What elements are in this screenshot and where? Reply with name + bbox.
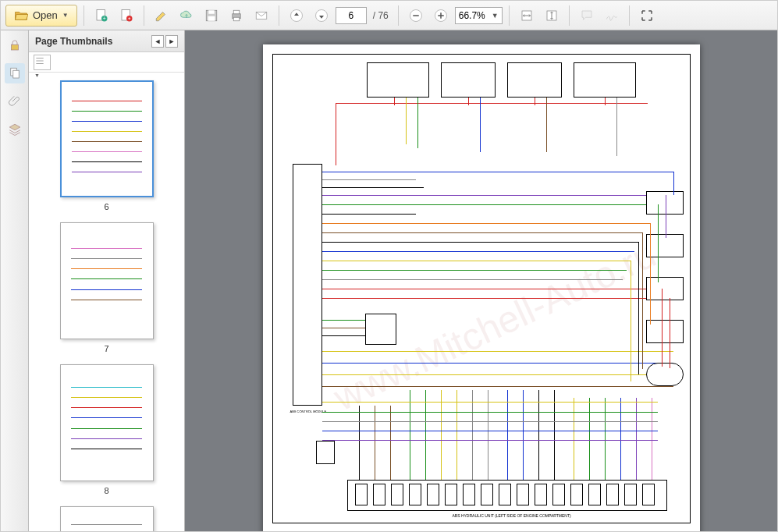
- thumbnail-list[interactable]: 6 7: [29, 73, 184, 531]
- edit-button[interactable]: [151, 5, 172, 27]
- create-pdf-button[interactable]: +: [91, 5, 112, 27]
- comment-button[interactable]: [576, 5, 598, 27]
- svg-rect-10: [233, 17, 240, 21]
- chevron-down-icon: ▼: [62, 12, 69, 19]
- left-icon-bar: [1, 30, 29, 531]
- zoom-in-button[interactable]: [430, 5, 452, 27]
- svg-rect-21: [11, 44, 18, 50]
- fit-width-icon: [520, 9, 534, 23]
- svg-rect-23: [12, 70, 19, 78]
- svg-rect-9: [233, 10, 240, 14]
- app-window: Open ▼ + / 76 66.7% ▼: [0, 0, 778, 532]
- svg-text:+: +: [103, 16, 106, 21]
- thumb-options-button[interactable]: ▼: [34, 55, 51, 70]
- wiring-diagram: www.Mitchell-Auto.ru: [272, 54, 691, 523]
- print-button[interactable]: [226, 5, 247, 27]
- svg-rect-7: [208, 16, 215, 20]
- chevron-down-icon: ▼: [492, 12, 499, 20]
- arrow-down-icon: [314, 9, 329, 23]
- fit-page-icon: [545, 9, 559, 23]
- abs-module-label: ABS CONTROL MODULE: [290, 410, 327, 413]
- thumbnail-item[interactable]: [35, 506, 178, 531]
- page-total-label: / 76: [370, 10, 392, 21]
- fit-page-button[interactable]: [541, 5, 563, 27]
- svg-rect-15: [413, 15, 419, 16]
- thumbnail-item[interactable]: 6: [35, 80, 178, 211]
- thumbnail-title: Page Thumbnails: [35, 36, 112, 47]
- lock-icon: [8, 38, 22, 52]
- floppy-icon: [204, 9, 218, 23]
- zoom-dropdown[interactable]: 66.7% ▼: [455, 7, 503, 24]
- layers-tab[interactable]: [5, 119, 25, 140]
- pdf-export-icon: [119, 9, 133, 23]
- cloud-up-icon: [179, 9, 194, 23]
- thumbnails-tab[interactable]: [5, 63, 25, 83]
- thumbnail-header: Page Thumbnails ◄ ►: [29, 30, 184, 52]
- thumb-prev-button[interactable]: ◄: [151, 35, 164, 48]
- document-canvas[interactable]: www.Mitchell-Auto.ru: [185, 30, 777, 531]
- document-page: www.Mitchell-Auto.ru: [263, 44, 700, 531]
- minus-circle-icon: [409, 9, 423, 23]
- envelope-icon: [254, 9, 268, 23]
- arrow-up-icon: [290, 9, 304, 23]
- thumbnail-panel: Page Thumbnails ◄ ► ▼: [29, 30, 185, 531]
- cloud-button[interactable]: [176, 5, 197, 27]
- paperclip-icon: [8, 94, 22, 108]
- sign-button[interactable]: [601, 5, 623, 27]
- export-pdf-button[interactable]: [115, 5, 137, 27]
- svg-rect-18: [440, 12, 442, 19]
- pages-icon: [8, 66, 22, 80]
- main-toolbar: Open ▼ + / 76 66.7% ▼: [1, 1, 777, 30]
- page-number-input[interactable]: [336, 7, 367, 24]
- pencil-icon: [155, 9, 169, 23]
- folder-open-icon: [14, 9, 28, 23]
- thumbnail-page-number: 6: [35, 202, 178, 211]
- expand-icon: [640, 9, 654, 23]
- printer-icon: [229, 9, 243, 23]
- speech-bubble-icon: [580, 9, 594, 23]
- thumbnail-item[interactable]: 7: [35, 222, 178, 353]
- list-icon: [34, 55, 45, 66]
- thumbnail-page-number: 7: [35, 344, 178, 353]
- thumbnail-page-number: 8: [35, 486, 178, 495]
- zoom-value-label: 66.7%: [459, 10, 485, 21]
- signature-icon: [605, 9, 619, 23]
- pdf-create-icon: +: [94, 9, 108, 23]
- layers-icon: [8, 122, 22, 137]
- attachments-tab[interactable]: [5, 91, 25, 112]
- main-area: Page Thumbnails ◄ ► ▼: [1, 30, 777, 531]
- page-down-button[interactable]: [311, 5, 332, 27]
- thumbnail-tools: ▼: [29, 52, 184, 73]
- zoom-out-button[interactable]: [405, 5, 427, 27]
- thumb-next-button[interactable]: ►: [165, 35, 178, 48]
- fullscreen-button[interactable]: [636, 5, 658, 27]
- open-button[interactable]: Open ▼: [5, 5, 77, 27]
- email-button[interactable]: [250, 5, 272, 27]
- fit-width-button[interactable]: [516, 5, 538, 27]
- page-up-button[interactable]: [286, 5, 307, 27]
- lock-button[interactable]: [5, 35, 25, 55]
- open-button-label: Open: [33, 9, 58, 21]
- thumbnail-item[interactable]: 8: [35, 364, 178, 495]
- svg-rect-6: [208, 10, 215, 14]
- hydraulic-unit-label: ABS HYDRAULIC UNIT (LEFT SIDE OF ENGINE …: [453, 513, 571, 518]
- save-button[interactable]: [201, 5, 222, 27]
- plus-circle-icon: [434, 9, 448, 23]
